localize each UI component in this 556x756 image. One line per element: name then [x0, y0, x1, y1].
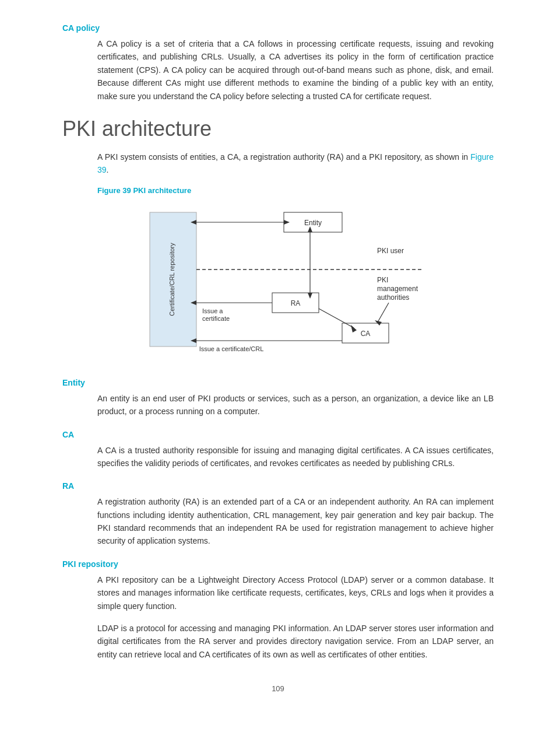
pki-repository-body2: LDAP is a protocol for accessing and man… [97, 622, 494, 661]
entity-box-label: Entity [304, 219, 322, 227]
pki-repository-body1: A PKI repository can be a Lightweight Di… [97, 573, 494, 612]
pki-repository-heading: PKI repository [62, 559, 494, 569]
svg-line-13 [319, 309, 354, 328]
ca-policy-heading: CA policy [62, 23, 494, 33]
entity-section: Entity An entity is an end user of PKI p… [62, 378, 494, 418]
ra-section: RA A registration authority (RA) is an e… [62, 481, 494, 548]
ra-heading: RA [62, 481, 494, 491]
ca-section: CA A CA is a trusted authority responsib… [62, 430, 494, 470]
pki-mgmt-line2: management [377, 285, 418, 293]
figure-label: Figure 39 PKI architecture [97, 186, 494, 195]
ca-heading: CA [62, 430, 494, 439]
pki-diagram: Certificate/CRL repository Entity PKI us… [97, 201, 494, 364]
pki-architecture-intro: A PKI system consists of entities, a CA,… [97, 150, 494, 177]
issue-cert-label-line2: certificate [202, 315, 230, 322]
pki-architecture-section: PKI architecture A PKI system consists o… [62, 117, 494, 364]
pki-mgmt-line1: PKI [377, 276, 388, 284]
page-content: CA policy A CA policy is a set of criter… [27, 0, 529, 728]
issue-cert-crl-label: Issue a certificate/CRL [199, 345, 264, 352]
ca-policy-body: A CA policy is a set of criteria that a … [97, 37, 494, 103]
pki-repository-section: PKI repository A PKI repository can be a… [62, 559, 494, 661]
entity-heading: Entity [62, 378, 494, 387]
pki-architecture-title: PKI architecture [62, 117, 494, 141]
pki-user-label: PKI user [377, 247, 404, 255]
svg-line-15 [377, 303, 389, 323]
ca-policy-section: CA policy A CA policy is a set of criter… [62, 23, 494, 103]
pki-architecture-svg: Certificate/CRL repository Entity PKI us… [144, 201, 447, 364]
ca-box-label: CA [361, 330, 371, 338]
ra-body: A registration authority (RA) is an exte… [97, 495, 494, 548]
pki-mgmt-line3: authorities [377, 293, 409, 302]
ra-box-label: RA [291, 299, 301, 307]
issue-cert-label-line1: Issue a [202, 307, 223, 314]
cert-repo-label: Certificate/CRL repository [168, 242, 175, 316]
ca-body: A CA is a trusted authority responsible … [97, 444, 494, 470]
entity-body: An entity is an end user of PKI products… [97, 392, 494, 418]
page-number: 109 [62, 684, 494, 693]
